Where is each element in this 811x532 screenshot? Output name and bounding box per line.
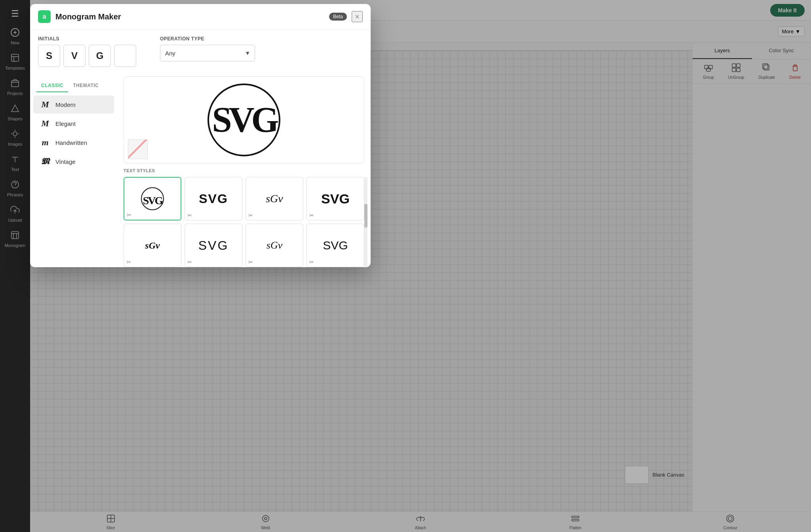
text-style-text-8: SVG — [323, 239, 348, 251]
logo-letter: a — [43, 13, 46, 20]
text-style-card-5[interactable]: sGv ✂ — [124, 224, 181, 267]
modal-overlay: a Monogram Maker Beta × INITIALS S V G — [0, 0, 811, 532]
beta-badge: Beta — [329, 13, 347, 21]
text-style-card-1[interactable]: SVG ✂ — [124, 177, 181, 220]
scrollbar-thumb[interactable] — [364, 204, 367, 228]
modal-header: a Monogram Maker Beta × — [30, 4, 371, 30]
text-style-text-6: SVG — [198, 239, 229, 252]
modal-close-button[interactable]: × — [352, 11, 363, 22]
text-style-card-4[interactable]: SVG ✂ — [307, 177, 364, 220]
text-style-svg-1: SVG — [137, 186, 168, 212]
initial-g-text: G — [96, 50, 104, 61]
handwritten-label: Handwritten — [55, 139, 87, 146]
cut-icon-7: ✂ — [248, 259, 253, 265]
initial-box-4[interactable] — [114, 45, 136, 67]
text-style-card-7[interactable]: sGv ✂ — [246, 224, 303, 267]
style-tabs: CLASSIC THEMATIC — [30, 80, 117, 92]
style-vintage[interactable]: 𝕸 Vintage — [33, 152, 114, 171]
initials-row: S V G — [38, 45, 136, 67]
text-styles-label: TEXT STYLES — [124, 168, 364, 173]
placeholder-diagonal — [128, 140, 147, 159]
cut-icon-4: ✂ — [309, 212, 314, 218]
cut-icon-2: ✂ — [187, 212, 192, 218]
monogram-preview: SVG — [124, 76, 364, 163]
style-list: CLASSIC THEMATIC M Modern M Elegant m Ha… — [30, 76, 117, 267]
op-select-wrap: Any ▼ — [160, 45, 255, 61]
text-styles-container: SVG ✂ SVG ✂ sGv ✂ — [124, 177, 364, 267]
modern-label: Modern — [55, 101, 76, 108]
vintage-icon: 𝕸 — [40, 156, 51, 167]
modal-logo: a — [38, 10, 51, 23]
style-elegant[interactable]: M Elegant — [33, 114, 114, 133]
style-handwritten[interactable]: m Handwritten — [33, 133, 114, 152]
initial-box-v[interactable]: V — [63, 45, 86, 67]
handwritten-icon: m — [40, 137, 51, 148]
modal-title: Monogram Maker — [55, 12, 324, 21]
initials-section: INITIALS S V G — [38, 36, 136, 73]
text-style-card-8[interactable]: SVG ✂ — [307, 224, 364, 267]
text-style-card-6[interactable]: SVG ✂ — [185, 224, 242, 267]
monogram-maker-modal: a Monogram Maker Beta × INITIALS S V G — [30, 4, 371, 267]
modern-icon: M — [40, 99, 51, 110]
text-styles-grid: SVG ✂ SVG ✂ sGv ✂ — [124, 177, 364, 267]
monogram-svg: SVG — [204, 80, 284, 160]
operation-type-select[interactable]: Any — [160, 45, 255, 61]
text-style-text-4: SVG — [321, 192, 350, 205]
text-style-card-3[interactable]: sGv ✂ — [246, 177, 303, 220]
modal-top-inputs: INITIALS S V G OPERATIO — [30, 30, 371, 73]
modal-content: CLASSIC THEMATIC M Modern M Elegant m Ha… — [30, 73, 371, 267]
initial-s-text: S — [46, 50, 52, 61]
text-style-card-2[interactable]: SVG ✂ — [185, 177, 242, 220]
text-style-text-3: sGv — [266, 193, 283, 204]
operation-type-section: OPERATION TYPE Any ▼ — [160, 36, 255, 61]
initials-label: INITIALS — [38, 36, 136, 42]
text-style-text-7: sGv — [267, 240, 282, 251]
tab-classic[interactable]: CLASSIC — [36, 80, 68, 92]
cut-icon-5: ✂ — [126, 259, 131, 265]
elegant-icon: M — [40, 118, 51, 129]
initial-box-g[interactable]: G — [89, 45, 111, 67]
cut-icon-1: ✂ — [127, 212, 131, 218]
preview-placeholder — [128, 139, 148, 159]
initial-box-s[interactable]: S — [38, 45, 60, 67]
cut-icon-6: ✂ — [187, 259, 192, 265]
operation-type-label: OPERATION TYPE — [160, 36, 255, 42]
elegant-label: Elegant — [55, 120, 76, 127]
text-style-text-2: SVG — [199, 192, 228, 205]
preview-area: SVG TEXT STYLES — [117, 76, 371, 267]
text-style-text-5: sGv — [145, 241, 160, 250]
tab-thematic[interactable]: THEMATIC — [68, 80, 103, 92]
style-modern[interactable]: M Modern — [33, 95, 114, 114]
svg-text:SVG: SVG — [143, 194, 164, 207]
cut-icon-8: ✂ — [309, 259, 314, 265]
text-styles-scrollbar — [364, 177, 367, 267]
cut-icon-3: ✂ — [248, 212, 253, 218]
initial-v-text: V — [71, 50, 78, 61]
svg-text:SVG: SVG — [212, 100, 278, 139]
vintage-label: Vintage — [55, 158, 76, 165]
